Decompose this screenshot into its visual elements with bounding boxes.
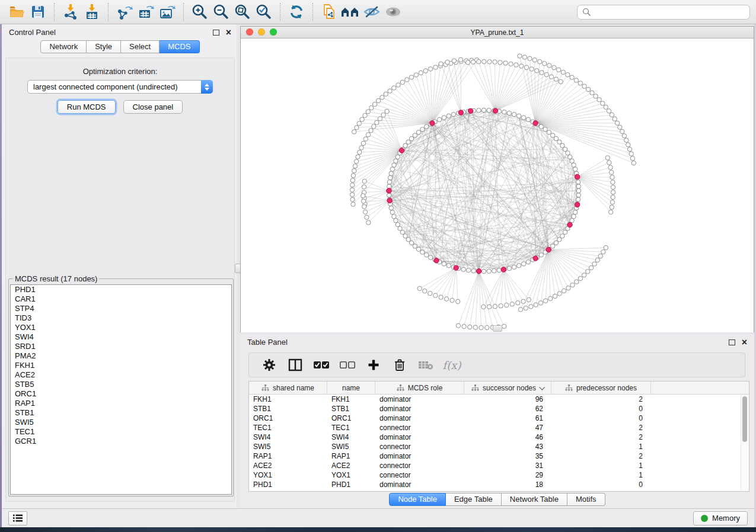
mcds-result-item[interactable]: ORC1	[11, 389, 231, 399]
table-row[interactable]: ACE2ACE2connector311	[249, 461, 749, 470]
table-row[interactable]: PHD1PHD1dominator180	[249, 480, 749, 489]
memory-button[interactable]: Memory	[693, 511, 748, 525]
float-panel-icon[interactable]	[729, 339, 735, 345]
cell-role: connector	[375, 461, 464, 470]
mcds-result-item[interactable]: SRD1	[11, 342, 231, 351]
mcds-tab-content: Optimization criterion: largest connecte…	[5, 57, 235, 502]
mcds-result-item[interactable]: TEC1	[11, 427, 231, 437]
control-panel-title: Control Panel	[9, 28, 56, 37]
refresh-view-button[interactable]	[286, 2, 307, 21]
zoom-in-button[interactable]	[189, 2, 210, 21]
attribute-settings-button[interactable]	[256, 355, 282, 375]
mcds-result-list[interactable]: PHD1CAR1STP4TID3YOX1SWI4SRD1PMA2FKH1ACE2…	[10, 284, 232, 495]
import-network-button[interactable]	[60, 2, 81, 21]
column-header-mcds-role[interactable]: MCDS role	[375, 382, 464, 394]
mcds-result-item[interactable]: SWI4	[11, 332, 231, 342]
maximize-window-icon[interactable]	[270, 28, 277, 36]
horizontal-splitter-handle[interactable]	[493, 325, 502, 332]
export-image-button[interactable]	[157, 2, 178, 21]
mcds-result-item[interactable]: GCR1	[11, 437, 231, 446]
delete-table-icon	[418, 360, 433, 370]
hide-selected-button[interactable]	[361, 2, 382, 21]
float-panel-icon[interactable]	[213, 30, 219, 36]
mcds-result-item[interactable]: ACE2	[11, 370, 231, 380]
import-table-button[interactable]	[81, 2, 103, 21]
network-canvas[interactable]	[241, 39, 754, 332]
column-header-successor-nodes[interactable]: successor nodes	[464, 382, 551, 394]
network-view-window: YPA_prune.txt_1	[240, 26, 754, 332]
cell-predecessors: 1	[551, 442, 651, 451]
mcds-result-item[interactable]: CAR1	[11, 294, 231, 304]
table-row[interactable]: SWI5SWI5connector431	[249, 442, 749, 451]
run-mcds-button[interactable]: Run MCDS	[58, 100, 116, 114]
fx-icon: f(x)	[443, 359, 461, 371]
tab-select[interactable]: Select	[121, 40, 160, 53]
close-panel-button[interactable]: Close panel	[123, 100, 183, 114]
duplicate-network-icon	[320, 3, 338, 21]
table-row[interactable]: STB1STB1dominator620	[249, 404, 749, 414]
mcds-result-item[interactable]: SWI5	[11, 418, 231, 427]
delete-column-button[interactable]	[387, 355, 413, 375]
mcds-result-item[interactable]: PHD1	[11, 285, 231, 294]
network-titlebar[interactable]: YPA_prune.txt_1	[241, 27, 754, 39]
tab-network-table[interactable]: Network Table	[502, 493, 567, 506]
mcds-result-item[interactable]: STP4	[11, 304, 231, 313]
table-row[interactable]: TEC1TEC1connector472	[249, 423, 749, 432]
mcds-result-item[interactable]: STB1	[11, 408, 231, 418]
zoom-out-button[interactable]	[210, 2, 232, 21]
split-panel-button[interactable]	[282, 355, 308, 375]
column-header-shared-name[interactable]: shared name	[249, 382, 327, 394]
close-panel-icon[interactable]: ×	[226, 29, 231, 36]
tab-edge-table[interactable]: Edge Table	[446, 493, 502, 506]
network-title: YPA_prune.txt_1	[471, 28, 524, 37]
table-row[interactable]: FKH1FKH1dominator962	[249, 395, 749, 404]
first-neighbors-button[interactable]	[340, 2, 361, 21]
main-toolbar	[0, 0, 756, 24]
search-field[interactable]	[577, 5, 750, 20]
cell-successors: 61	[464, 414, 551, 423]
criterion-dropdown[interactable]: largest connected component (undirected)	[27, 80, 213, 94]
network-graph[interactable]	[241, 39, 754, 332]
mcds-result-item[interactable]: TID3	[11, 313, 231, 323]
table-row[interactable]: ORC1ORC1dominator610	[249, 414, 749, 423]
zoom-selected-icon	[255, 3, 273, 21]
delete-table-button[interactable]	[413, 355, 439, 375]
show-all-button[interactable]	[382, 2, 404, 21]
column-header-name[interactable]: name	[327, 382, 375, 394]
tab-mcds[interactable]: MCDS	[160, 40, 199, 53]
save-session-button[interactable]	[27, 2, 49, 21]
table-row[interactable]: RAP1RAP1dominator352	[249, 451, 749, 461]
cell-shared-name: ACE2	[249, 461, 327, 470]
table-scrollbar[interactable]	[741, 395, 748, 491]
close-window-icon[interactable]	[246, 28, 253, 36]
cell-successors: 18	[464, 480, 551, 489]
deselect-all-button[interactable]	[334, 355, 361, 375]
node-table: shared namenameMCDS rolesuccessor nodesp…	[248, 381, 749, 492]
tab-motifs[interactable]: Motifs	[567, 493, 605, 506]
mcds-result-item[interactable]: PMA2	[11, 351, 231, 361]
zoom-selected-button[interactable]	[253, 2, 275, 21]
mcds-result-item[interactable]: RAP1	[11, 399, 231, 408]
tab-network[interactable]: Network	[40, 40, 87, 53]
scrollbar-thumb[interactable]	[742, 396, 747, 442]
function-builder-button[interactable]: f(x)	[439, 355, 465, 375]
export-network-button[interactable]	[114, 2, 135, 21]
export-table-button[interactable]	[135, 2, 157, 21]
tab-node-table[interactable]: Node Table	[389, 493, 446, 506]
column-header-predecessor-nodes[interactable]: predecessor nodes	[551, 382, 651, 394]
task-history-button[interactable]	[8, 511, 27, 525]
mcds-result-item[interactable]: YOX1	[11, 323, 231, 332]
tab-style[interactable]: Style	[87, 40, 121, 53]
table-row[interactable]: SWI4SWI4dominator462	[249, 432, 749, 442]
open-file-button[interactable]	[6, 2, 27, 21]
table-row[interactable]: YOX1YOX1connector291	[249, 470, 749, 480]
zoom-fit-button[interactable]	[232, 2, 253, 21]
mcds-result-item[interactable]: STB5	[11, 380, 231, 389]
select-all-button[interactable]	[308, 355, 334, 375]
minimize-window-icon[interactable]	[258, 28, 265, 36]
mcds-result-item[interactable]: FKH1	[11, 361, 231, 370]
close-panel-icon[interactable]: ×	[742, 339, 747, 346]
duplicate-network-button[interactable]	[318, 2, 340, 21]
search-input[interactable]	[594, 7, 745, 17]
add-column-button[interactable]	[361, 355, 387, 375]
